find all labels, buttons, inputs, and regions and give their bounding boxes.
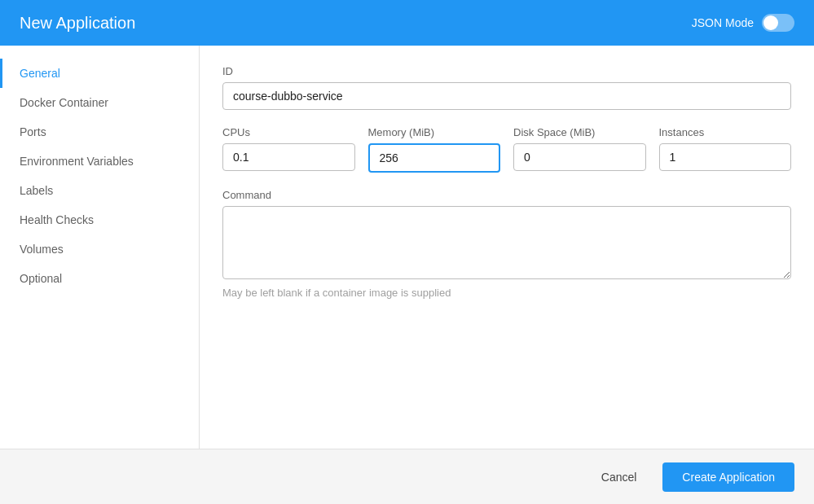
memory-label: Memory (MiB)	[368, 126, 501, 138]
instances-input[interactable]	[659, 143, 792, 171]
sidebar-item-optional[interactable]: Optional	[0, 264, 199, 293]
header: New Application JSON Mode	[0, 0, 814, 46]
command-textarea[interactable]	[222, 206, 791, 279]
resources-row: CPUs Memory (MiB) Disk Space (MiB) Insta…	[222, 126, 791, 173]
memory-field: Memory (MiB)	[368, 126, 501, 173]
instances-label: Instances	[659, 126, 792, 138]
main-content: ID CPUs Memory (MiB) Disk Space (MiB)	[200, 46, 814, 449]
disk-field: Disk Space (MiB)	[513, 126, 646, 173]
json-mode-toggle[interactable]	[762, 14, 794, 32]
cpus-label: CPUs	[222, 126, 355, 138]
sidebar-item-ports[interactable]: Ports	[0, 117, 199, 147]
app-container: New Application JSON Mode General Docker…	[0, 0, 814, 504]
cancel-button[interactable]: Cancel	[588, 464, 650, 490]
memory-input-wrap	[368, 143, 501, 173]
memory-input[interactable]	[368, 143, 501, 173]
command-field-group: Command May be left blank if a container…	[222, 189, 791, 299]
body: General Docker Container Ports Environme…	[0, 46, 814, 449]
sidebar-item-labels[interactable]: Labels	[0, 176, 199, 205]
toggle-knob	[763, 15, 778, 30]
disk-input[interactable]	[513, 143, 646, 171]
id-label: ID	[222, 65, 791, 77]
sidebar-item-health-checks[interactable]: Health Checks	[0, 205, 199, 234]
disk-label: Disk Space (MiB)	[513, 126, 646, 138]
sidebar: General Docker Container Ports Environme…	[0, 46, 200, 449]
footer: Cancel Create Application	[0, 449, 814, 504]
cpus-field: CPUs	[222, 126, 355, 173]
command-hint: May be left blank if a container image i…	[222, 287, 791, 299]
id-input[interactable]	[222, 82, 791, 110]
command-label: Command	[222, 189, 791, 201]
json-mode-label: JSON Mode	[692, 16, 754, 29]
sidebar-item-docker-container[interactable]: Docker Container	[0, 88, 199, 117]
page-title: New Application	[20, 14, 135, 33]
sidebar-item-general[interactable]: General	[0, 59, 199, 88]
sidebar-item-volumes[interactable]: Volumes	[0, 234, 199, 264]
create-application-button[interactable]: Create Application	[662, 462, 794, 492]
sidebar-item-environment-variables[interactable]: Environment Variables	[0, 147, 199, 176]
json-mode-toggle-area: JSON Mode	[692, 14, 794, 32]
id-field-group: ID	[222, 65, 791, 110]
cpus-input[interactable]	[222, 143, 355, 171]
instances-field: Instances	[659, 126, 792, 173]
